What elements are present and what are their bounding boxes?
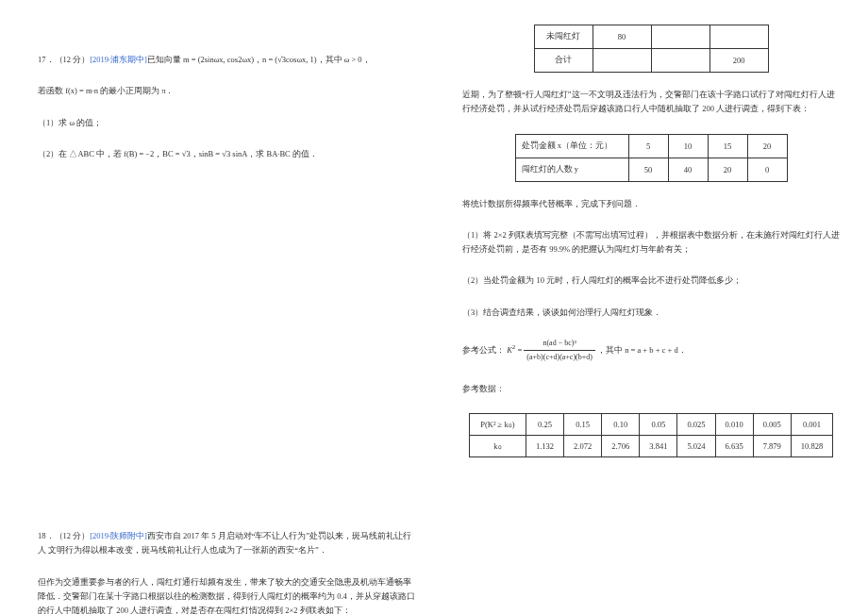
- numerator: n(ad − bc)²: [524, 337, 595, 351]
- table-cell: 50: [628, 158, 668, 181]
- table-row: 闯红灯的人数 y 50 40 20 0: [515, 158, 787, 181]
- table-cell: 0.25: [526, 414, 563, 436]
- q17-header: 17．（12 分）[2019·浦东期中]已知向量 m = (2sinωx, co…: [38, 53, 415, 67]
- table-cell: [709, 25, 768, 49]
- q17-part1: （1）求 ω 的值；: [38, 116, 415, 130]
- q17-number: 17．（12 分）: [38, 55, 90, 64]
- table-cell: 5: [628, 134, 668, 158]
- table-cell: 40: [668, 158, 708, 181]
- table-cell: [651, 25, 709, 49]
- table-cell: 处罚金额 x（单位：元）: [515, 134, 628, 158]
- q17-part2: （2）在 △ABC 中，若 f(B) = −2，BC = √3，sinB = √…: [38, 147, 415, 161]
- table-cell: 0.005: [753, 414, 791, 436]
- table-cell: 3.841: [640, 436, 677, 457]
- q17-text: 已知向量 m = (2sinωx, cos2ωx)，n = (√3cosωx, …: [147, 55, 371, 64]
- table-cell: 10: [668, 134, 708, 158]
- left-column: 17．（12 分）[2019·浦东期中]已知向量 m = (2sinωx, co…: [38, 0, 415, 614]
- right-para1: 近期，为了整顿“行人闯红灯”这一不文明及违法行为，交警部门在该十字路口试行了对闯…: [462, 88, 840, 117]
- table-row: 处罚金额 x（单位：元） 5 10 15 20: [515, 134, 787, 158]
- table-cell: 未闯红灯: [534, 25, 593, 49]
- q17-line2: 若函数 f(x) = m·n 的最小正周期为 π．: [38, 84, 415, 98]
- table-row: 未闯红灯 80: [534, 25, 768, 49]
- table-cell: 80: [593, 25, 651, 49]
- table-cell: 0.010: [715, 414, 753, 436]
- table-cell: 20: [747, 134, 787, 158]
- right-q3: （3）结合调查结果，谈谈如何治理行人闯红灯现象．: [462, 306, 840, 320]
- table-cell: 0.10: [602, 414, 640, 436]
- table-cell: 0.001: [791, 414, 832, 436]
- right-q1: （1）将 2×2 列联表填写完整（不需写出填写过程），并根据表中数据分析，在未施…: [462, 228, 840, 257]
- contingency-table-bottom: 未闯红灯 80 合计 200: [534, 25, 769, 73]
- table-header: k₀: [469, 436, 526, 457]
- q18-source: [2019·陕师附中]: [90, 531, 147, 540]
- formula-label: 参考公式：: [462, 345, 505, 355]
- table-cell: 2.706: [602, 436, 640, 457]
- table-cell: 0.15: [564, 414, 602, 436]
- table-cell: 0: [747, 158, 787, 181]
- formula-where: ，其中 n = a + b + c + d．: [597, 345, 687, 355]
- table-cell: 0.025: [677, 414, 715, 436]
- table-cell: 合计: [534, 49, 593, 73]
- contingency-table-bottom-wrap: 未闯红灯 80 合计 200: [462, 25, 840, 73]
- q18-header: 18．（12 分）[2019·陕师附中]西安市自 2017 年 5 月启动对“车…: [38, 529, 415, 558]
- table-cell: 0.05: [640, 414, 677, 436]
- fine-survey-table: 处罚金额 x（单位：元） 5 10 15 20 闯红灯的人数 y 50 40 2…: [515, 134, 788, 182]
- table-cell: 2.072: [564, 436, 602, 457]
- q17-source: [2019·浦东期中]: [90, 55, 147, 64]
- question-18: 18．（12 分）[2019·陕师附中]西安市自 2017 年 5 月启动对“车…: [38, 529, 415, 614]
- table-cell: [651, 49, 709, 73]
- table-cell: [593, 49, 651, 73]
- reference-data-label: 参考数据：: [462, 382, 840, 396]
- table-header: P(K² ≥ k₀): [469, 414, 526, 436]
- table-cell: 7.879: [753, 436, 791, 457]
- q18-para2: 但作为交通重要参与者的行人，闯红灯通行却频有发生，带来了较大的交通安全隐患及机动…: [38, 575, 415, 614]
- table-cell: 5.024: [677, 436, 715, 457]
- table-cell: 6.635: [715, 436, 753, 457]
- question-17: 17．（12 分）[2019·浦东期中]已知向量 m = (2sinωx, co…: [38, 53, 415, 161]
- fraction: n(ad − bc)² (a+b)(c+d)(a+c)(b+d): [524, 337, 595, 365]
- table-row: k₀ 1.132 2.072 2.706 3.841 5.024 6.635 7…: [469, 436, 832, 457]
- table-cell: 200: [709, 49, 768, 73]
- table-cell: 20: [708, 158, 747, 181]
- table-cell: 1.132: [526, 436, 563, 457]
- denominator: (a+b)(c+d)(a+c)(b+d): [524, 351, 595, 364]
- q18-line2: 文明行为得以根本改变，斑马线前礼让行人也成为了一张新的西安“名片”．: [48, 545, 327, 555]
- right-column: 未闯红灯 80 合计 200 近期，为了整顿“行人闯红灯”这一不文明及违法行为，…: [462, 0, 840, 473]
- table-row: 合计 200: [534, 49, 768, 73]
- table-cell: 15: [708, 134, 747, 158]
- reference-formula: 参考公式： K2 = n(ad − bc)² (a+b)(c+d)(a+c)(b…: [462, 337, 840, 365]
- right-para2: 将统计数据所得频率代替概率，完成下列问题．: [462, 197, 840, 211]
- table-cell: 闯红灯的人数 y: [515, 158, 628, 181]
- reference-data-table: P(K² ≥ k₀) 0.25 0.15 0.10 0.05 0.025 0.0…: [469, 413, 833, 457]
- table-cell: 10.828: [791, 436, 832, 457]
- right-q2: （2）当处罚金额为 10 元时，行人闯红灯的概率会比不进行处罚降低多少；: [462, 274, 840, 288]
- q18-number: 18．（12 分）: [38, 531, 90, 540]
- table-row: P(K² ≥ k₀) 0.25 0.15 0.10 0.05 0.025 0.0…: [469, 414, 832, 436]
